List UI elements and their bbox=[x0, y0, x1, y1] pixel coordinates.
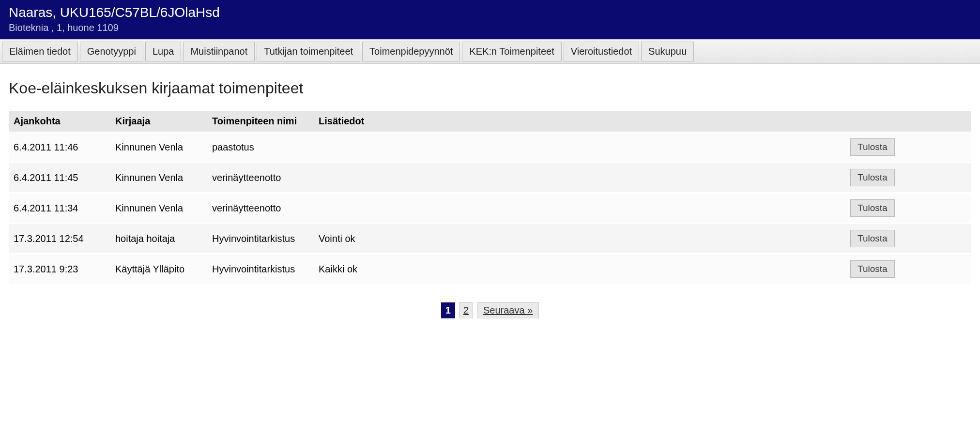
print-button[interactable]: Tulosta bbox=[850, 138, 895, 156]
tab-toimenpidepyynnot[interactable]: Toimenpidepyynnöt bbox=[362, 42, 460, 61]
table-row: 6.4.2011 11:45 Kinnunen Venla verinäytte… bbox=[9, 163, 971, 193]
cell-info bbox=[314, 193, 845, 224]
cell-name: paastotus bbox=[207, 132, 314, 163]
tab-muistiinpanot[interactable]: Muistiinpanot bbox=[183, 42, 255, 61]
cell-name: Hyvinvointitarkistus bbox=[207, 224, 314, 254]
tab-kek-toimenpiteet[interactable]: KEK:n Toimenpiteet bbox=[462, 42, 561, 61]
cell-time: 17.3.2011 9:23 bbox=[9, 254, 110, 285]
animal-location: Bioteknia , 1, huone 1109 bbox=[9, 22, 971, 33]
cell-name: verinäytteenotto bbox=[207, 193, 314, 224]
cell-time: 6.4.2011 11:34 bbox=[9, 193, 110, 224]
page-title: Koe-eläinkeskuksen kirjaamat toimenpitee… bbox=[9, 79, 971, 97]
page-link-2[interactable]: 2 bbox=[459, 302, 473, 318]
tab-vieroitustiedot[interactable]: Vieroitustiedot bbox=[564, 42, 639, 61]
page-link-1[interactable]: 1 bbox=[441, 302, 455, 318]
tab-tutkijan-toimenpiteet[interactable]: Tutkijan toimenpiteet bbox=[257, 42, 360, 61]
page-header: Naaras, UKU165/C57BL/6JOlaHsd Bioteknia … bbox=[0, 0, 980, 39]
cell-info bbox=[314, 132, 845, 163]
col-header-name: Toimenpiteen nimi bbox=[207, 111, 314, 132]
main-content: Koe-eläinkeskuksen kirjaamat toimenpitee… bbox=[0, 64, 980, 334]
next-page-link[interactable]: Seuraava » bbox=[477, 302, 539, 318]
cell-name: Hyvinvointitarkistus bbox=[207, 254, 314, 285]
cell-name: verinäytteenotto bbox=[207, 163, 314, 193]
cell-author: Kinnunen Venla bbox=[110, 193, 207, 224]
print-button[interactable]: Tulosta bbox=[850, 169, 895, 186]
cell-author: Kinnunen Venla bbox=[110, 163, 207, 193]
col-header-action bbox=[845, 111, 971, 132]
tab-bar: Eläimen tiedot Genotyyppi Lupa Muistiinp… bbox=[0, 39, 980, 64]
print-button[interactable]: Tulosta bbox=[850, 199, 895, 217]
col-header-time: Ajankohta bbox=[9, 111, 110, 132]
print-button[interactable]: Tulosta bbox=[850, 260, 895, 278]
col-header-info: Lisätiedot bbox=[314, 111, 845, 132]
col-header-author: Kirjaaja bbox=[110, 111, 207, 132]
pager: 1 2 Seuraava » bbox=[9, 302, 971, 318]
tab-sukupuu[interactable]: Sukupuu bbox=[641, 42, 694, 61]
print-button[interactable]: Tulosta bbox=[850, 230, 895, 247]
tab-lupa[interactable]: Lupa bbox=[145, 42, 182, 61]
cell-time: 6.4.2011 11:45 bbox=[9, 163, 110, 193]
cell-time: 6.4.2011 11:46 bbox=[9, 132, 110, 163]
table-row: 17.3.2011 9:23 Käyttäjä Ylläpito Hyvinvo… bbox=[9, 254, 971, 285]
tab-genotyyppi[interactable]: Genotyyppi bbox=[80, 42, 143, 61]
table-row: 6.4.2011 11:46 Kinnunen Venla paastotus … bbox=[9, 132, 971, 163]
table-row: 6.4.2011 11:34 Kinnunen Venla verinäytte… bbox=[9, 193, 971, 224]
cell-info: Kaikki ok bbox=[314, 254, 845, 285]
procedures-table: Ajankohta Kirjaaja Toimenpiteen nimi Lis… bbox=[9, 111, 971, 285]
table-row: 17.3.2011 12:54 hoitaja hoitaja Hyvinvoi… bbox=[9, 224, 971, 254]
cell-time: 17.3.2011 12:54 bbox=[9, 224, 110, 254]
cell-author: Kinnunen Venla bbox=[110, 132, 207, 163]
tab-elaimen-tiedot[interactable]: Eläimen tiedot bbox=[2, 42, 78, 61]
cell-info bbox=[314, 163, 845, 193]
cell-author: hoitaja hoitaja bbox=[110, 224, 207, 254]
cell-info: Vointi ok bbox=[314, 224, 845, 254]
cell-author: Käyttäjä Ylläpito bbox=[110, 254, 207, 285]
animal-title: Naaras, UKU165/C57BL/6JOlaHsd bbox=[9, 5, 971, 20]
